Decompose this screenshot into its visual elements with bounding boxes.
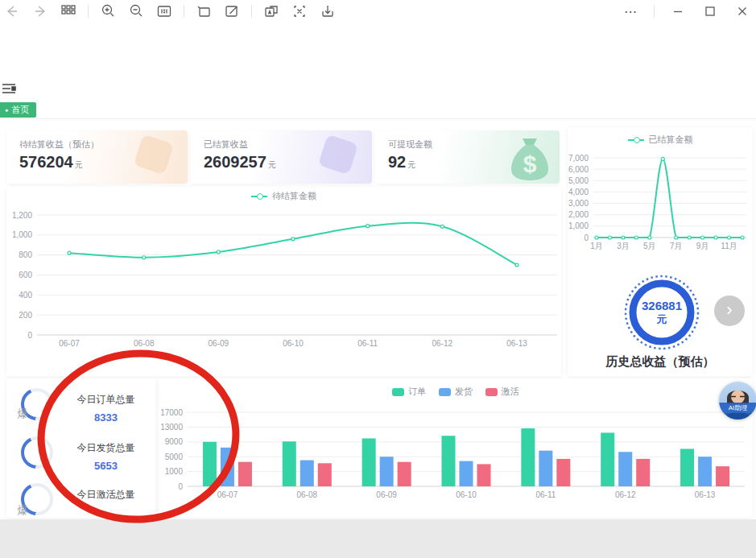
settled-amount-line-chart: 01,0002,0003,0004,0005,0006,0007,0001月3月… bbox=[568, 145, 753, 266]
carousel-next-button[interactable]: › bbox=[714, 296, 745, 326]
legend-item-shipments[interactable]: 发货 bbox=[439, 386, 473, 398]
legend-swatch-icon bbox=[392, 388, 404, 396]
progress-ring-icon bbox=[21, 436, 53, 469]
data-point bbox=[217, 250, 220, 254]
pending-amount-chart-panel: 待结算金额 02004006008001,0001,20006-0706-080… bbox=[6, 187, 561, 376]
svg-text:2,000: 2,000 bbox=[568, 210, 589, 219]
gauge-value: 326881 bbox=[642, 299, 682, 312]
svg-text:5月: 5月 bbox=[643, 242, 656, 250]
svg-text:06-08: 06-08 bbox=[296, 490, 317, 499]
settled-summary-panel: 已结算金额 01,0002,0003,0004,0005,0006,0007,0… bbox=[568, 127, 753, 376]
chevron-right-icon: › bbox=[726, 301, 732, 319]
data-point bbox=[634, 236, 638, 239]
close-icon[interactable] bbox=[733, 2, 751, 20]
svg-text:1,000: 1,000 bbox=[568, 221, 589, 230]
select-text-icon[interactable] bbox=[291, 2, 308, 20]
maximize-icon[interactable] bbox=[701, 2, 719, 20]
titlebar-divider bbox=[88, 5, 89, 18]
header-divider bbox=[0, 118, 756, 119]
svg-text:06-10: 06-10 bbox=[456, 490, 477, 499]
svg-text:06-10: 06-10 bbox=[283, 339, 304, 348]
card-settled-revenue: 已结算收益 2609257元 bbox=[191, 130, 372, 184]
actual-size-icon[interactable] bbox=[155, 2, 173, 20]
data-point bbox=[675, 236, 678, 239]
svg-text:7,000: 7,000 bbox=[568, 154, 589, 163]
data-point bbox=[688, 236, 691, 239]
forward-icon[interactable] bbox=[31, 2, 49, 20]
data-point bbox=[622, 236, 625, 239]
card-unit: 元 bbox=[268, 160, 276, 169]
stat-value: 8333 bbox=[61, 411, 151, 424]
ring-label: 爆 bbox=[6, 398, 39, 430]
card-pending-revenue: 待结算收益（预估） 576204元 bbox=[6, 130, 188, 184]
data-point bbox=[143, 256, 146, 259]
bar bbox=[680, 448, 694, 486]
svg-text:06-13: 06-13 bbox=[506, 339, 527, 348]
data-point bbox=[366, 225, 370, 228]
window-controls: ⋯ bbox=[622, 0, 751, 23]
zoom-out-icon[interactable] bbox=[127, 2, 145, 20]
ai-assistant-avatar[interactable]: AI助理 bbox=[719, 382, 756, 420]
card-withdrawable-balance: 可提现金额 92元 $ bbox=[375, 130, 560, 184]
legend-item-orders[interactable]: 订单 bbox=[392, 386, 426, 398]
bar bbox=[539, 451, 552, 486]
svg-text:06-09: 06-09 bbox=[209, 339, 229, 348]
titlebar-left-icons bbox=[0, 2, 337, 20]
edit-icon[interactable] bbox=[223, 2, 241, 20]
apps-grid-icon[interactable] bbox=[60, 2, 77, 20]
svg-text:1,000: 1,000 bbox=[12, 230, 32, 239]
minimize-icon[interactable] bbox=[669, 2, 687, 20]
bar-chart-legend: 订单 发货 激活 bbox=[159, 386, 753, 398]
bar bbox=[521, 428, 535, 486]
collapse-menu-icon[interactable] bbox=[2, 83, 18, 96]
svg-text:06-07: 06-07 bbox=[59, 339, 80, 348]
gauge-unit: 元 bbox=[657, 312, 667, 327]
data-point bbox=[291, 238, 295, 241]
legend-label: 发货 bbox=[455, 386, 473, 398]
svg-text:06-09: 06-09 bbox=[376, 490, 397, 499]
back-icon[interactable] bbox=[3, 2, 21, 20]
svg-text:400: 400 bbox=[19, 291, 32, 300]
svg-text:4,000: 4,000 bbox=[568, 188, 589, 196]
bar bbox=[698, 457, 712, 486]
bar bbox=[380, 457, 394, 486]
data-point bbox=[728, 236, 731, 239]
legend-item-activations[interactable]: 激活 bbox=[485, 386, 519, 398]
svg-text:$: $ bbox=[523, 151, 537, 177]
desktop-background bbox=[0, 519, 756, 558]
svg-text:6,000: 6,000 bbox=[568, 165, 589, 174]
legend-label: 订单 bbox=[408, 386, 426, 398]
svg-text:5000: 5000 bbox=[165, 453, 184, 461]
history-total-gauge: 326881 元 历史总收益（预估） › bbox=[568, 271, 753, 376]
svg-text:5,000: 5,000 bbox=[568, 176, 589, 185]
bar bbox=[460, 461, 473, 486]
svg-text:0: 0 bbox=[27, 331, 32, 340]
zoom-in-icon[interactable] bbox=[99, 2, 117, 20]
tab-home[interactable]: ● 首页 bbox=[0, 102, 36, 118]
bar bbox=[221, 448, 234, 486]
data-point bbox=[608, 236, 611, 239]
bar bbox=[442, 436, 456, 486]
translate-icon[interactable] bbox=[262, 2, 280, 20]
legend-label: 已结算金额 bbox=[649, 134, 693, 146]
data-point bbox=[701, 236, 704, 239]
legend-label: 激活 bbox=[502, 386, 519, 398]
bar bbox=[300, 461, 314, 486]
ring-label: 爆 bbox=[6, 494, 39, 518]
data-point bbox=[661, 157, 664, 160]
svg-text:1月: 1月 bbox=[590, 242, 603, 250]
download-icon[interactable] bbox=[319, 2, 337, 20]
screenshot-icon[interactable] bbox=[195, 2, 213, 20]
svg-text:1000: 1000 bbox=[165, 467, 184, 476]
assistant-label: AI助理 bbox=[719, 403, 756, 413]
legend-settled-amount[interactable]: 已结算金额 bbox=[568, 134, 753, 146]
legend-swatch-icon bbox=[485, 388, 498, 396]
svg-text:3月: 3月 bbox=[617, 242, 630, 250]
gauge-value-block: 326881 元 bbox=[623, 274, 700, 351]
bar bbox=[477, 464, 491, 486]
more-icon[interactable]: ⋯ bbox=[622, 2, 639, 20]
svg-text:1,200: 1,200 bbox=[12, 211, 32, 220]
data-point bbox=[595, 236, 598, 239]
svg-text:800: 800 bbox=[19, 250, 32, 259]
line-legend-symbol-icon bbox=[628, 139, 644, 141]
